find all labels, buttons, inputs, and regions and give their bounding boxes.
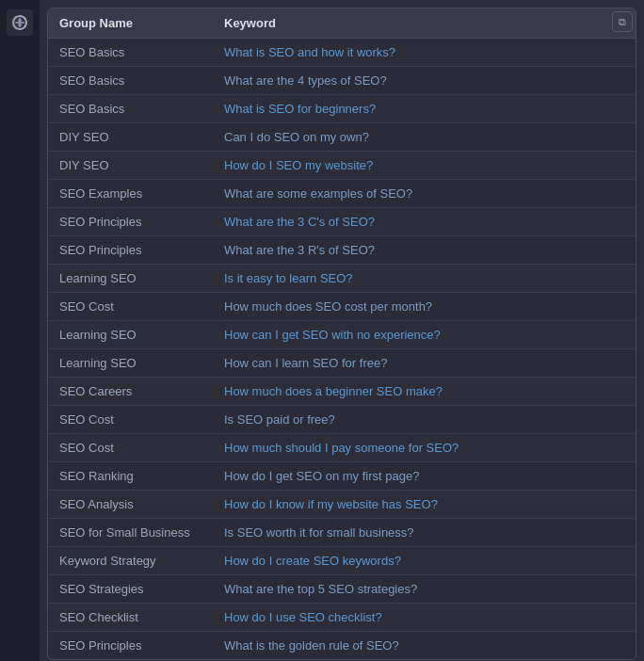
table-row: SEO ChecklistHow do I use SEO checklist? (48, 604, 636, 632)
col-group-name: Group Name (48, 8, 213, 39)
group-name-cell: SEO Strategies (48, 575, 213, 604)
group-name-cell: Learning SEO (48, 265, 213, 293)
table-row: Learning SEOHow can I learn SEO for free… (48, 349, 636, 378)
keyword-cell: What are some examples of SEO? (213, 180, 636, 208)
table-row: DIY SEOHow do I SEO my website? (48, 152, 636, 180)
keyword-cell: What is the golden rule of SEO? (213, 632, 636, 660)
table-row: SEO BasicsWhat is SEO for beginners? (48, 95, 636, 123)
table-row: Keyword StrategyHow do I create SEO keyw… (48, 547, 636, 575)
keyword-cell: How much does a beginner SEO make? (213, 378, 636, 406)
table-row: SEO for Small BusinessIs SEO worth it fo… (48, 519, 636, 547)
main-content: ⧉ Group Name Keyword SEO BasicsWhat is S… (40, 0, 644, 661)
keyword-cell: How do I SEO my website? (213, 152, 636, 180)
group-name-cell: SEO Cost (48, 434, 213, 462)
table-row: SEO BasicsWhat are the 4 types of SEO? (48, 67, 636, 95)
group-name-cell: SEO Principles (48, 632, 213, 660)
keyword-cell: Is it easy to learn SEO? (213, 265, 636, 293)
group-name-cell: SEO Careers (48, 378, 213, 406)
table-row: SEO BasicsWhat is SEO and how it works? (48, 39, 636, 67)
group-name-cell: SEO Cost (48, 293, 213, 321)
group-name-cell: DIY SEO (48, 152, 213, 180)
table-row: SEO CostHow much does SEO cost per month… (48, 293, 636, 321)
keyword-cell: What is SEO and how it works? (213, 39, 636, 67)
keyword-cell: What are the 3 C's of SEO? (213, 208, 636, 236)
group-name-cell: Keyword Strategy (48, 547, 213, 575)
group-name-cell: SEO Principles (48, 208, 213, 236)
app-logo (7, 9, 33, 36)
keyword-cell: Is SEO worth it for small business? (213, 519, 636, 547)
table-row: SEO CostHow much should I pay someone fo… (48, 434, 636, 462)
keyword-cell: Is SEO paid or free? (213, 406, 636, 434)
keyword-cell: How do I get SEO on my first page? (213, 462, 636, 491)
keyword-cell: What are the 3 R's of SEO? (213, 236, 636, 265)
keyword-cell: Can I do SEO on my own? (213, 123, 636, 152)
table-row: SEO PrinciplesWhat are the 3 C's of SEO? (48, 208, 636, 236)
keyword-cell: How much does SEO cost per month? (213, 293, 636, 321)
group-name-cell: SEO Basics (48, 95, 213, 123)
table-row: SEO PrinciplesWhat are the 3 R's of SEO? (48, 236, 636, 265)
table-row: SEO ExamplesWhat are some examples of SE… (48, 180, 636, 208)
group-name-cell: SEO Analysis (48, 491, 213, 519)
group-name-cell: Learning SEO (48, 321, 213, 349)
keyword-cell: What are the top 5 SEO strategies? (213, 575, 636, 604)
keyword-cell: How do I know if my website has SEO? (213, 491, 636, 519)
table-area: ⧉ Group Name Keyword SEO BasicsWhat is S… (47, 8, 636, 660)
seo-table: Group Name Keyword SEO BasicsWhat is SEO… (48, 8, 636, 659)
table-row: DIY SEOCan I do SEO on my own? (48, 123, 636, 152)
keyword-cell: What are the 4 types of SEO? (213, 67, 636, 95)
table-row: Learning SEOHow can I get SEO with no ex… (48, 321, 636, 349)
keyword-cell: How much should I pay someone for SEO? (213, 434, 636, 462)
group-name-cell: SEO Cost (48, 406, 213, 434)
group-name-cell: SEO Examples (48, 180, 213, 208)
group-name-cell: SEO Checklist (48, 604, 213, 632)
group-name-cell: SEO Ranking (48, 462, 213, 491)
table-row: SEO StrategiesWhat are the top 5 SEO str… (48, 575, 636, 604)
table-header-row: Group Name Keyword (48, 8, 636, 39)
copy-icon: ⧉ (619, 16, 626, 28)
keyword-cell: How do I create SEO keywords? (213, 547, 636, 575)
col-keyword: Keyword (213, 8, 636, 39)
keyword-cell: How can I learn SEO for free? (213, 349, 636, 378)
keyword-cell: What is SEO for beginners? (213, 95, 636, 123)
table-row: SEO AnalysisHow do I know if my website … (48, 491, 636, 519)
table-row: SEO PrinciplesWhat is the golden rule of… (48, 632, 636, 660)
table-row: SEO CareersHow much does a beginner SEO … (48, 378, 636, 406)
group-name-cell: SEO for Small Business (48, 519, 213, 547)
table-row: SEO RankingHow do I get SEO on my first … (48, 462, 636, 491)
group-name-cell: SEO Basics (48, 67, 213, 95)
keyword-cell: How do I use SEO checklist? (213, 604, 636, 632)
table-row: Learning SEOIs it easy to learn SEO? (48, 265, 636, 293)
keyword-cell: How can I get SEO with no experience? (213, 321, 636, 349)
table-body: SEO BasicsWhat is SEO and how it works?S… (48, 39, 636, 660)
table-row: SEO CostIs SEO paid or free? (48, 406, 636, 434)
copy-button[interactable]: ⧉ (612, 11, 633, 32)
group-name-cell: SEO Basics (48, 39, 213, 67)
group-name-cell: Learning SEO (48, 349, 213, 378)
group-name-cell: DIY SEO (48, 123, 213, 152)
sidebar (0, 0, 40, 661)
group-name-cell: SEO Principles (48, 236, 213, 265)
table-wrapper: Group Name Keyword SEO BasicsWhat is SEO… (47, 8, 636, 660)
